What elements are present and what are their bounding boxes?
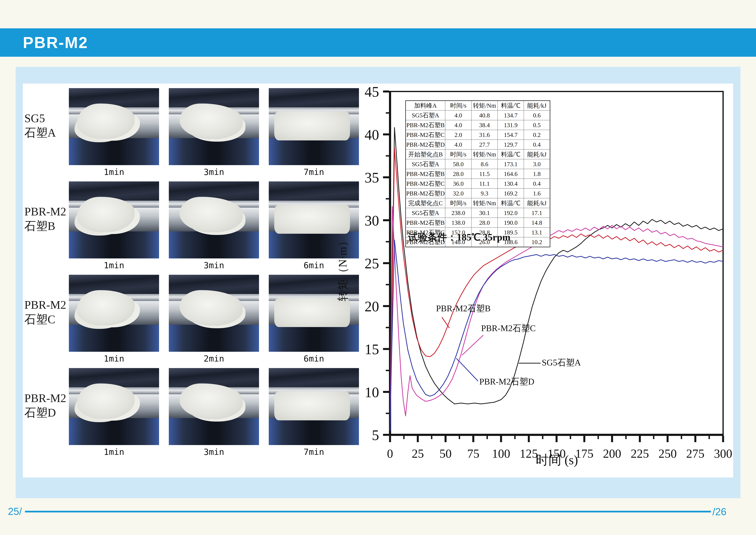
table-cell: 28.0 [472,218,498,228]
table-cell: 3.0 [524,159,550,169]
page-number-right: /26 [713,506,726,518]
table-cell: 9.3 [472,188,498,198]
table-cell: 138.0 [445,218,472,228]
page-number-left: 25/ [8,506,22,517]
table-row: PBR-M2石塑C2.031.6154.70.2 [406,130,550,140]
table-header-cell: 能耗/kJ [524,100,550,110]
table-row: PBR-M2石塑D4.027.7129.70.4 [406,140,550,150]
table-cell: PBR-M2石塑D [406,140,445,150]
table-cell: 173.1 [498,159,524,169]
table-cell: 129.7 [498,140,524,150]
table-header-cell: 转矩/Nm [472,150,498,159]
table-row: SG5石塑A58.08.6173.13.0 [406,159,550,169]
table-cell: 1.8 [524,169,550,179]
table-row: PBR-M2石塑B138.028.0190.014.8 [406,218,550,228]
table-header-cell: 开始塑化点B [406,150,445,159]
table-cell: 192.0 [498,208,524,218]
y-tick-label: 10 [364,384,379,400]
test-condition-note: 试验条件：185℃ 35rpm [408,231,510,244]
table-row: PBR-M2石塑B28.011.5164.61.8 [406,169,550,179]
table-header-cell: 加料峰A [406,100,445,110]
table-cell: 30.1 [472,208,498,218]
x-tick-label: 250 [659,447,677,460]
table-cell: PBR-M2石塑B [406,120,445,130]
table-header-cell: 时间/s [445,150,472,159]
y-tick-label: 20 [364,298,379,315]
x-tick-label: 225 [631,447,649,460]
table-cell: 38.4 [472,120,498,130]
curve-label-d: PBR-M2石塑D [479,376,534,387]
table-cell: 0.6 [524,110,550,120]
table-cell: SG5石塑A [406,110,445,120]
x-tick-label: 200 [603,447,621,460]
table-cell: PBR-M2石塑B [406,218,445,228]
table-cell: 0.4 [524,179,550,188]
y-tick-label: 25 [364,255,379,271]
table-cell: 40.8 [472,110,498,120]
table-cell: 27.7 [472,140,498,150]
table-cell: 1.6 [524,188,550,198]
table-cell: 11.5 [472,169,498,179]
table-cell: 31.6 [472,130,498,140]
table-header-cell: 完成塑化点C [406,198,445,208]
y-tick-label: 15 [364,341,379,357]
table-cell: SG5石塑A [406,159,445,169]
y-tick-label: 35 [364,170,379,186]
table-header-cell: 转矩/Nm [472,198,498,208]
y-tick-label: 40 [364,127,379,143]
table-cell: 11.1 [472,179,498,188]
table-cell: 4.0 [445,120,472,130]
slide-page: PBR-M2 SG5石塑A1min3min7minPBR-M2石塑B1min3m… [0,0,756,535]
y-tick-label: 30 [364,212,379,229]
y-tick-label: 45 [364,84,379,100]
table-cell: 4.0 [445,110,472,120]
table-cell: 10.2 [524,237,550,247]
table-cell: 0.2 [524,130,550,140]
x-tick-label: 100 [492,447,510,460]
table-cell: 131.9 [498,120,524,130]
table-cell: 154.7 [498,130,524,140]
table-cell: 8.6 [472,159,498,169]
table-header-cell: 时间/s [445,100,472,110]
table-cell: 36.0 [445,179,472,188]
table-header-row: 加料峰A时间/s转矩/Nm料温/℃能耗/kJ [406,100,550,110]
table-cell: SG5石塑A [406,208,445,218]
table-cell: 32.0 [445,188,472,198]
curve-label-a: SG5石塑A [542,357,581,369]
table-row: PBR-M2石塑B4.038.4131.90.5 [406,120,550,130]
series-PBR-M2石塑D [390,240,723,431]
table-cell: 190.0 [498,218,524,228]
table-cell: 14.8 [524,218,550,228]
x-tick-label: 275 [686,447,705,460]
table-cell: 0.5 [524,120,550,130]
table-cell: 164.6 [498,169,524,179]
table-row: PBR-M2石塑C36.011.1130.40.4 [406,179,550,188]
table-cell: 28.0 [445,169,472,179]
curve-label-c: PBR-M2石塑C [481,323,536,334]
x-tick-label: 25 [412,447,424,460]
x-tick-label: 300 [714,447,732,460]
table-cell: 238.0 [445,208,472,218]
plasticizing-data-table: 加料峰A时间/s转矩/Nm料温/℃能耗/kJSG5石塑A4.040.8134.7… [405,100,550,247]
x-tick-label: 50 [439,447,451,460]
table-cell: PBR-M2石塑C [406,130,445,140]
annotation-leader-d [456,358,478,381]
table-cell: 4.0 [445,140,472,150]
table-cell: PBR-M2石塑B [406,169,445,179]
table-cell: PBR-M2石塑D [406,188,445,198]
table-cell: 130.4 [498,179,524,188]
table-row: SG5石塑A238.030.1192.017.1 [406,208,550,218]
x-tick-label: 0 [387,447,393,460]
x-axis-title: 时间 (s) [511,451,603,469]
table-header-cell: 料温/℃ [498,150,524,159]
table-cell: 13.1 [524,228,550,237]
table-row: PBR-M2石塑D32.09.3169.21.6 [406,188,550,198]
table-header-row: 开始塑化点B时间/s转矩/Nm料温/℃能耗/kJ [406,150,550,159]
table-row: SG5石塑A4.040.8134.70.6 [406,110,550,120]
footer-divider [25,511,711,513]
table-header-cell: 能耗/kJ [524,198,550,208]
table-cell: 0.4 [524,140,550,150]
table-cell: 2.0 [445,130,472,140]
table-header-row: 完成塑化点C时间/s转矩/Nm料温/℃能耗/kJ [406,198,550,208]
table-header-cell: 能耗/kJ [524,150,550,159]
